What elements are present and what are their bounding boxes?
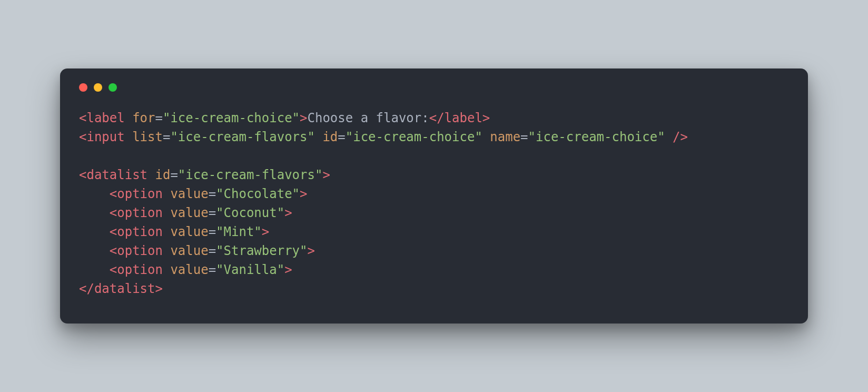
attr-name: name	[490, 130, 520, 144]
val-strawberry: "Strawberry"	[216, 243, 307, 258]
label-text: Choose a flavor:	[308, 111, 429, 125]
code-line-7: <option value="Strawberry">	[79, 243, 315, 258]
attr-value: value	[170, 205, 208, 220]
code-line-9: </datalist>	[79, 281, 163, 296]
minimize-icon[interactable]	[94, 83, 102, 92]
tag-option-open: <option	[110, 224, 163, 239]
attr-value: value	[170, 224, 208, 239]
close-icon[interactable]	[79, 83, 87, 92]
attr-value: value	[170, 187, 208, 201]
attr-value: value	[170, 262, 208, 277]
code-line-8: <option value="Vanilla">	[79, 262, 292, 277]
code-block: <label for="ice-cream-choice">Choose a f…	[79, 109, 789, 298]
code-line-3: <datalist id="ice-cream-flavors">	[79, 168, 330, 182]
tag-option-open: <option	[110, 205, 163, 220]
val-coconut: "Coconut"	[216, 205, 284, 220]
attr-list: list	[132, 130, 163, 144]
val-id: "ice-cream-flavors"	[178, 168, 323, 182]
code-window: <label for="ice-cream-choice">Choose a f…	[60, 68, 808, 324]
code-line-2: <input list="ice-cream-flavors" id="ice-…	[79, 130, 688, 144]
val-list: "ice-cream-flavors"	[170, 130, 315, 144]
code-line-5: <option value="Coconut">	[79, 205, 292, 220]
code-line-1: <label for="ice-cream-choice">Choose a f…	[79, 111, 490, 125]
val-mint: "Mint"	[216, 224, 262, 239]
tag-datalist-open: <datalist	[79, 168, 147, 182]
zoom-icon[interactable]	[108, 83, 117, 92]
val-for: "ice-cream-choice"	[163, 111, 300, 125]
val-vanilla: "Vanilla"	[216, 262, 284, 277]
code-line-6: <option value="Mint">	[79, 224, 269, 239]
val-id: "ice-cream-choice"	[346, 130, 482, 144]
tag-option-open: <option	[110, 243, 163, 258]
tag-option-open: <option	[110, 262, 163, 277]
attr-value: value	[170, 243, 208, 258]
tag-datalist-close: </datalist>	[79, 281, 163, 296]
tag-option-open: <option	[110, 187, 163, 201]
window-traffic-lights	[79, 83, 789, 92]
code-line-4: <option value="Chocolate">	[79, 187, 308, 201]
attr-for: for	[132, 111, 155, 125]
val-name: "ice-cream-choice"	[528, 130, 665, 144]
attr-id: id	[155, 168, 171, 182]
attr-id: id	[322, 130, 338, 144]
tag-label-close: </label>	[429, 111, 490, 125]
val-chocolate: "Chocolate"	[216, 187, 300, 201]
tag-label-open: <label	[79, 111, 125, 125]
tag-input-open: <input	[79, 130, 125, 144]
